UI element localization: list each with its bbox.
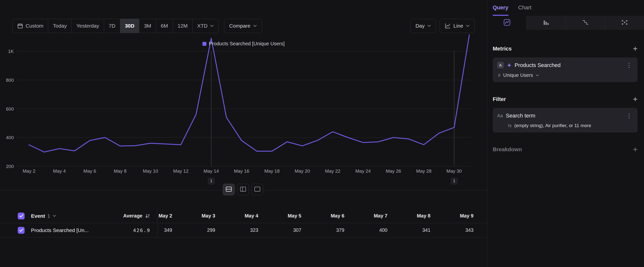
- tab-chart[interactable]: Chart: [518, 0, 532, 16]
- date-range-12m[interactable]: 12M: [173, 19, 192, 33]
- chevron-down-icon[interactable]: [53, 215, 56, 217]
- select-all-checkbox[interactable]: [18, 212, 24, 219]
- report-type-tabs: [487, 16, 644, 30]
- svg-text:May 18: May 18: [264, 168, 280, 174]
- date-range-xtd[interactable]: XTD: [192, 19, 218, 33]
- legend-swatch: [202, 42, 206, 46]
- measure-symbol: #: [498, 73, 500, 78]
- chart-type-button[interactable]: Line: [440, 19, 475, 33]
- date-range-custom[interactable]: Custom: [12, 19, 48, 33]
- svg-text:1K: 1K: [8, 49, 14, 54]
- table-header-row: Event 1 Average May 2 May 3 May 4 May 5 …: [0, 209, 487, 223]
- table-row: Products Searched [Un... 426.9 349 299 3…: [0, 223, 487, 237]
- event-header-cell: Event 1: [0, 209, 108, 223]
- svg-text:1: 1: [453, 179, 455, 183]
- filter-card[interactable]: Aa Search term ⋮ Is (empty string), Air …: [493, 108, 638, 133]
- granularity-button[interactable]: Day: [410, 19, 436, 33]
- value-cell: 323: [215, 227, 258, 233]
- insights-line-icon: [503, 19, 511, 27]
- split-horizontal-icon: [226, 186, 232, 193]
- svg-text:May 28: May 28: [416, 168, 432, 174]
- layout-full-button[interactable]: [252, 184, 263, 195]
- metric-menu-button[interactable]: ⋮: [625, 62, 633, 69]
- date-range-today[interactable]: Today: [48, 19, 71, 33]
- event-name[interactable]: Products Searched [Un...: [31, 227, 89, 233]
- event-label: Event: [31, 213, 45, 219]
- line-chart[interactable]: 1K80060040020011May 2May 4May 6May 8May …: [0, 35, 487, 190]
- date-range-7d[interactable]: 7D: [104, 19, 120, 33]
- metric-name[interactable]: Products Searched: [514, 62, 622, 69]
- metric-letter-badge: A: [497, 62, 504, 69]
- svg-text:May 6: May 6: [84, 168, 96, 174]
- svg-text:May 8: May 8: [114, 168, 126, 174]
- metric-card[interactable]: A Products Searched ⋮ # Unique Users: [493, 57, 638, 82]
- filter-operator[interactable]: Is: [508, 123, 512, 128]
- sort-icon[interactable]: [145, 213, 150, 219]
- metrics-heading: Metrics: [493, 46, 512, 52]
- date-range-30d[interactable]: 30D: [120, 19, 139, 33]
- average-header-cell[interactable]: Average: [108, 209, 158, 223]
- report-main: Custom Today Yesterday 7D 30D 3M 6M 12M …: [0, 0, 487, 267]
- report-insights-tab[interactable]: [487, 16, 526, 30]
- value-cell: 379: [301, 227, 344, 233]
- svg-text:May 4: May 4: [53, 168, 66, 174]
- add-breakdown-button[interactable]: +: [633, 147, 638, 152]
- compare-button[interactable]: Compare: [224, 19, 262, 33]
- column-header: May 9: [430, 213, 474, 219]
- report-flows-tab[interactable]: [605, 16, 644, 30]
- events-table: Event 1 Average May 2 May 3 May 4 May 5 …: [0, 209, 487, 237]
- column-header: May 4: [215, 213, 258, 219]
- layout-toggles: [223, 184, 263, 195]
- filter-heading: Filter: [493, 96, 506, 102]
- svg-text:May 2: May 2: [23, 168, 36, 174]
- calendar-icon: [17, 23, 23, 29]
- layout-split-vertical-button[interactable]: [237, 184, 249, 195]
- split-vertical-icon: [240, 186, 246, 193]
- line-chart-icon: [445, 23, 451, 29]
- filter-menu-button[interactable]: ⋮: [625, 112, 633, 119]
- svg-text:May 26: May 26: [386, 168, 401, 174]
- column-header: May 8: [388, 213, 430, 219]
- date-range-3m[interactable]: 3M: [139, 19, 156, 33]
- chart-legend[interactable]: Products Searched [Unique Users]: [0, 41, 487, 47]
- average-value: 426.9: [133, 227, 150, 233]
- filter-property-name[interactable]: Search term: [506, 113, 622, 119]
- report-funnels-tab[interactable]: [526, 16, 566, 30]
- date-range-6m[interactable]: 6M: [156, 19, 173, 33]
- svg-text:600: 600: [6, 106, 14, 112]
- add-filter-button[interactable]: +: [633, 97, 638, 102]
- average-value-cell: 426.9: [108, 223, 158, 237]
- column-header: May 5: [258, 213, 301, 219]
- svg-text:May 22: May 22: [325, 168, 340, 174]
- legend-label: Products Searched [Unique Users]: [209, 41, 284, 47]
- date-range-yesterday[interactable]: Yesterday: [71, 19, 104, 33]
- column-header: May 7: [344, 213, 388, 219]
- add-metric-button[interactable]: +: [633, 46, 638, 51]
- measure-selector[interactable]: Unique Users: [503, 72, 533, 78]
- chevron-down-icon: [210, 25, 214, 27]
- column-header: May 2: [158, 213, 172, 219]
- breakdown-heading-row: Breakdown +: [493, 146, 638, 153]
- metrics-heading-row: Metrics +: [493, 46, 638, 52]
- date-range-label: Custom: [26, 23, 43, 29]
- filter-value[interactable]: (empty string), Air purifier, or 11 more: [514, 123, 591, 128]
- tab-query[interactable]: Query: [493, 0, 508, 16]
- funnel-bars-icon: [542, 19, 550, 27]
- svg-text:800: 800: [6, 78, 14, 83]
- row-checkbox[interactable]: [18, 227, 24, 234]
- svg-text:400: 400: [6, 135, 14, 140]
- layout-split-horizontal-button[interactable]: [223, 184, 235, 195]
- value-cell: 343: [430, 227, 474, 233]
- event-name-cell: Products Searched [Un...: [0, 223, 108, 237]
- chevron-down-icon[interactable]: [536, 74, 539, 76]
- column-header: May 3: [172, 213, 215, 219]
- query-panel: Query Chart Metrics +: [487, 0, 644, 267]
- retention-steps-icon: [582, 19, 589, 27]
- svg-text:May 20: May 20: [295, 168, 310, 174]
- value-cell: 400: [344, 227, 388, 233]
- toolbar: Custom Today Yesterday 7D 30D 3M 6M 12M …: [12, 19, 475, 33]
- report-retention-tab[interactable]: [566, 16, 605, 30]
- svg-text:May 16: May 16: [234, 168, 249, 174]
- chevron-down-icon: [466, 25, 470, 27]
- value-cell: 307: [258, 227, 301, 233]
